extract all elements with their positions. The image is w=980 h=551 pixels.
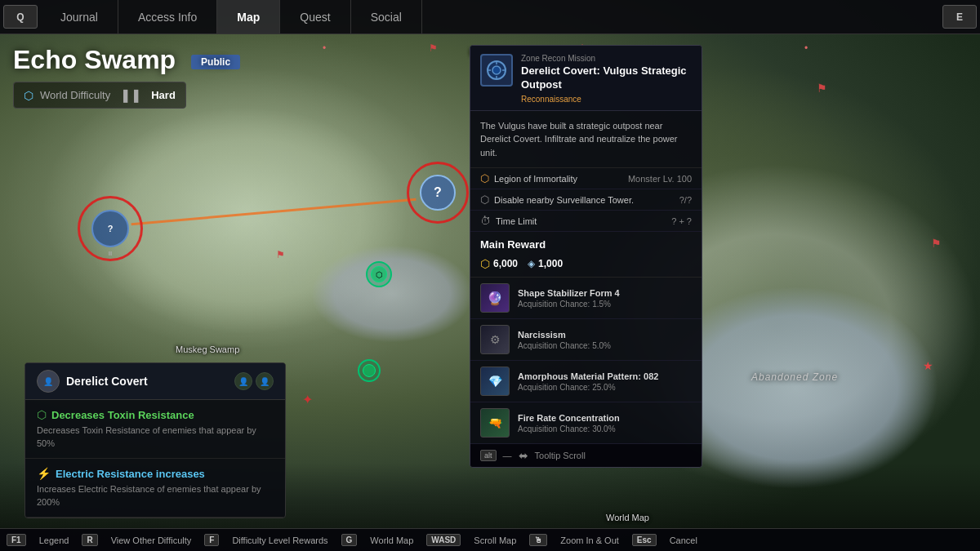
abandoned-zone-label: Abandoned Zone	[751, 371, 838, 383]
mission-title: Derelict Covert: Vulgus Strategic Outpos…	[521, 64, 692, 92]
mission-tag: Reconnaissance	[521, 95, 692, 104]
difficulty-bars: ❚❚	[120, 87, 141, 103]
reward-name-3: Amorphous Material Pattern: 082	[518, 371, 692, 381]
reward-icon-4: 🔫	[480, 408, 510, 438]
reward-icon-2: ⚙	[480, 325, 510, 354]
mission-description: The Vulgus have built a strategic outpos…	[470, 111, 702, 169]
reward-chance-3: Acquisition Chance: 25.0%	[518, 383, 692, 392]
reward-info-3: Amorphous Material Pattern: 082 Acquisit…	[518, 371, 692, 392]
muskeg-swamp-label: Muskeg Swamp	[176, 344, 239, 354]
mouse-key: 🖱	[529, 534, 547, 546]
derelict-avatar: 👤	[37, 370, 60, 393]
difficulty-value: Hard	[151, 89, 176, 101]
map-icon-east: ⚑	[931, 237, 942, 250]
green-marker-1[interactable]: ⬡	[366, 261, 392, 287]
obj1-icon: ⬡	[480, 193, 489, 206]
reward-name-2: Narcissism	[518, 330, 692, 340]
q-key: Q	[3, 5, 38, 29]
cancel-action: Cancel	[670, 535, 697, 545]
tab-journal[interactable]: Journal	[41, 0, 118, 33]
mission-header: Zone Recon Mission Derelict Covert: Vulg…	[470, 46, 702, 111]
currency-row: ⬡ 6,000 ◈ 1,000	[470, 254, 702, 278]
legend-action: Legend	[39, 535, 69, 545]
map-icon-northeast: ⚑	[817, 82, 827, 95]
world-title-area: Echo Swamp Public ⬡ World Difficulty ❚❚ …	[13, 45, 240, 109]
world-difficulty-row: ⬡ World Difficulty ❚❚ Hard	[13, 82, 186, 109]
derelict-icon-2: 👤	[256, 372, 274, 390]
difficulty-icon: ⬡	[24, 89, 33, 102]
r-key: R	[82, 534, 97, 546]
reward-item-4: 🔫 Fire Rate Concentration Acquisition Ch…	[470, 402, 702, 444]
toxin-effect: ⬡ Decreases Toxin Resistance Decreases T…	[25, 400, 285, 459]
f1-key: F1	[7, 534, 26, 546]
gem-currency: ◈ 1,000	[528, 258, 563, 269]
scroll-action: Scroll Map	[474, 535, 516, 545]
difficulty-action: View Other Difficulty	[111, 535, 192, 545]
electric-title: Electric Resistance increases	[56, 468, 205, 480]
obj1-text: Disable nearby Surveillance Tower.	[494, 195, 679, 205]
electric-icon: ⚡	[37, 467, 51, 480]
toxin-desc: Decreases Toxin Resistance of enemies th…	[37, 424, 274, 450]
enemy-level: Monster Lv. 100	[628, 174, 692, 184]
tab-map[interactable]: Map	[217, 0, 280, 33]
toxin-icon: ⬡	[37, 408, 47, 421]
mission-icon	[480, 54, 513, 87]
obj2-value: ? + ?	[671, 216, 692, 226]
tooltip-scroll-bar: alt — ⬌ Tooltip Scroll	[470, 444, 702, 467]
svg-point-1	[492, 66, 501, 74]
scroll-icon: ⬌	[519, 449, 528, 462]
reward-info-2: Narcissism Acquisition Chance: 5.0%	[518, 330, 692, 350]
enemy-icon: ⬡	[480, 172, 489, 184]
electric-effect: ⚡ Electric Resistance increases Increase…	[25, 459, 285, 518]
gold-icon: ⬡	[480, 257, 490, 270]
g-key: G	[341, 534, 358, 546]
rewards-action: Difficulty Level Rewards	[232, 535, 327, 545]
tab-access-info[interactable]: Access Info	[118, 0, 217, 33]
alt-key: alt	[480, 450, 497, 461]
reward-info-4: Fire Rate Concentration Acquisition Chan…	[518, 413, 692, 433]
gem-value: 1,000	[538, 258, 563, 269]
tooltip-scroll-text: Tooltip Scroll	[535, 451, 586, 460]
public-badge: Public	[191, 55, 240, 69]
bottom-bar: F1 Legend R View Other Difficulty F Diff…	[0, 528, 980, 551]
reward-name-4: Fire Rate Concentration	[518, 413, 692, 423]
derelict-panel: 👤 Derelict Covert 👤 👤 ⬡ Decreases Toxin …	[24, 362, 286, 518]
reward-icon-1: 🔮	[480, 283, 510, 313]
esc-key: Esc	[632, 534, 657, 546]
worldmap-action: World Map	[370, 535, 413, 545]
mission-target-marker[interactable]: ?	[407, 162, 469, 224]
mission-type-label: Zone Recon Mission	[521, 54, 692, 63]
tab-quest[interactable]: Quest	[280, 0, 350, 33]
objective-1: ⬡ Disable nearby Surveillance Tower. ?/?	[470, 189, 702, 211]
enemy-name: Legion of Immortality	[494, 174, 628, 184]
reward-item-2: ⚙ Narcissism Acquisition Chance: 5.0%	[470, 319, 702, 361]
map-icon-n4: ⚑	[429, 42, 438, 54]
map-icon-mid: ⚑	[276, 249, 285, 260]
reward-chance-4: Acquisition Chance: 30.0%	[518, 424, 692, 433]
objective-2: ⏱ Time Limit ? + ?	[470, 211, 702, 232]
obj1-value: ?/?	[679, 195, 692, 205]
obj2-icon: ⏱	[480, 215, 491, 227]
reward-header: Main Reward	[470, 232, 702, 254]
reward-chance-2: Acquisition Chance: 5.0%	[518, 341, 692, 350]
tab-social[interactable]: Social	[351, 0, 422, 33]
gem-icon: ◈	[528, 258, 535, 269]
reward-info-1: Shape Stabilizer Form 4 Acquisition Chan…	[518, 288, 692, 309]
world-map-label: World Map	[606, 513, 649, 522]
gold-currency: ⬡ 6,000	[480, 257, 518, 270]
enemy-row: ⬡ Legion of Immortality Monster Lv. 100	[470, 168, 702, 189]
reward-name-1: Shape Stabilizer Form 4	[518, 288, 692, 298]
enemy-marker: ✦	[302, 392, 313, 407]
map-icon-n2: •	[804, 42, 808, 54]
electric-desc: Increases Electric Resistance of enemies…	[37, 483, 274, 509]
reward-item-3: 💎 Amorphous Material Pattern: 082 Acquis…	[470, 361, 702, 402]
reward-chance-1: Acquisition Chance: 1.5%	[518, 300, 692, 309]
derelict-panel-title: 👤 Derelict Covert 👤 👤	[25, 363, 285, 400]
top-navigation: Q Journal Access Info Map Quest Social E	[0, 0, 980, 34]
map-icon-southeast: ★	[923, 359, 933, 372]
e-key: E	[942, 5, 977, 29]
green-marker-2[interactable]	[358, 359, 381, 382]
mission-text-block: Zone Recon Mission Derelict Covert: Vulg…	[521, 54, 692, 104]
obj2-text: Time Limit	[496, 216, 671, 226]
secondary-marker[interactable]: ? II	[78, 196, 143, 261]
